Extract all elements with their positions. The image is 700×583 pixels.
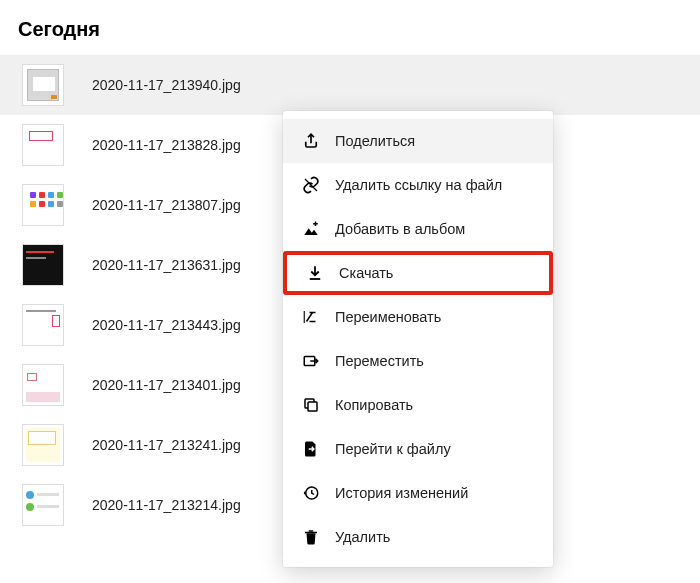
file-thumbnail (22, 124, 64, 166)
menu-move[interactable]: Переместить (283, 339, 553, 383)
unlink-icon (301, 175, 321, 195)
history-icon (301, 483, 321, 503)
copy-icon (301, 395, 321, 415)
file-name: 2020-11-17_213807.jpg (92, 197, 241, 213)
file-thumbnail (22, 484, 64, 526)
trash-icon (301, 527, 321, 547)
menu-label: Удалить ссылку на файл (335, 177, 502, 193)
file-arrow-icon (301, 439, 321, 459)
menu-rename[interactable]: Переименовать (283, 295, 553, 339)
download-icon (305, 263, 325, 283)
menu-goto-file[interactable]: Перейти к файлу (283, 427, 553, 471)
file-name: 2020-11-17_213214.jpg (92, 497, 241, 513)
menu-label: Скачать (339, 265, 393, 281)
menu-delete[interactable]: Удалить (283, 515, 553, 559)
add-album-icon (301, 219, 321, 239)
menu-label: Перейти к файлу (335, 441, 451, 457)
menu-label: Удалить (335, 529, 390, 545)
file-name: 2020-11-17_213401.jpg (92, 377, 241, 393)
context-menu: Поделиться Удалить ссылку на файл Добави… (283, 111, 553, 567)
menu-label: Копировать (335, 397, 413, 413)
file-name: 2020-11-17_213443.jpg (92, 317, 241, 333)
section-heading: Сегодня (0, 0, 700, 55)
file-name: 2020-11-17_213631.jpg (92, 257, 241, 273)
file-name: 2020-11-17_213940.jpg (92, 77, 241, 93)
rename-icon (301, 307, 321, 327)
share-icon (301, 131, 321, 151)
file-thumbnail (22, 424, 64, 466)
svg-rect-1 (308, 402, 317, 411)
file-name: 2020-11-17_213241.jpg (92, 437, 241, 453)
menu-label: Поделиться (335, 133, 415, 149)
file-thumbnail (22, 244, 64, 286)
move-icon (301, 351, 321, 371)
file-row[interactable]: 2020-11-17_213940.jpg (0, 55, 700, 115)
file-thumbnail (22, 364, 64, 406)
file-thumbnail (22, 64, 64, 106)
menu-copy[interactable]: Копировать (283, 383, 553, 427)
menu-label: Переместить (335, 353, 424, 369)
file-name: 2020-11-17_213828.jpg (92, 137, 241, 153)
menu-label: Переименовать (335, 309, 441, 325)
file-thumbnail (22, 184, 64, 226)
menu-history[interactable]: История изменений (283, 471, 553, 515)
menu-download[interactable]: Скачать (283, 251, 553, 295)
menu-add-album[interactable]: Добавить в альбом (283, 207, 553, 251)
menu-label: История изменений (335, 485, 468, 501)
menu-share[interactable]: Поделиться (283, 119, 553, 163)
menu-label: Добавить в альбом (335, 221, 465, 237)
menu-remove-link[interactable]: Удалить ссылку на файл (283, 163, 553, 207)
file-thumbnail (22, 304, 64, 346)
